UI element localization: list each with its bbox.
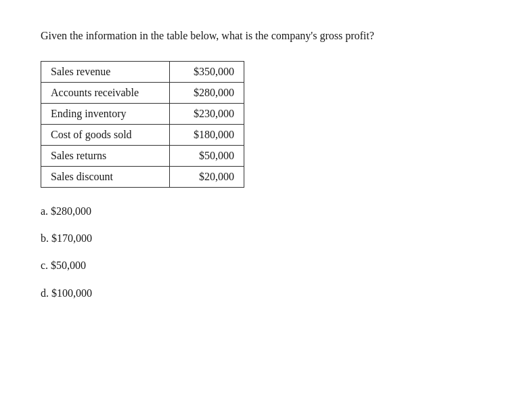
table-cell-value: $50,000 xyxy=(170,145,244,166)
table-cell-label: Cost of goods sold xyxy=(41,124,170,145)
table-row: Sales revenue$350,000 xyxy=(41,61,244,82)
answer-option: c. $50,000 xyxy=(41,258,491,273)
table-row: Sales discount$20,000 xyxy=(41,166,244,187)
table-cell-value: $20,000 xyxy=(170,166,244,187)
data-table: Sales revenue$350,000Accounts receivable… xyxy=(41,61,244,188)
answer-option: b. $170,000 xyxy=(41,231,491,246)
table-cell-value: $230,000 xyxy=(170,103,244,124)
table-cell-value: $280,000 xyxy=(170,82,244,103)
table-row: Ending inventory$230,000 xyxy=(41,103,244,124)
table-cell-label: Ending inventory xyxy=(41,103,170,124)
table-cell-label: Sales returns xyxy=(41,145,170,166)
table-cell-label: Accounts receivable xyxy=(41,82,170,103)
table-row: Sales returns$50,000 xyxy=(41,145,244,166)
table-row: Accounts receivable$280,000 xyxy=(41,82,244,103)
answer-options: a. $280,000b. $170,000c. $50,000d. $100,… xyxy=(41,204,491,302)
table-cell-value: $350,000 xyxy=(170,61,244,82)
table-cell-value: $180,000 xyxy=(170,124,244,145)
table-cell-label: Sales discount xyxy=(41,166,170,187)
table-row: Cost of goods sold$180,000 xyxy=(41,124,244,145)
answer-option: d. $100,000 xyxy=(41,286,491,301)
question-text: Given the information in the table below… xyxy=(41,27,491,45)
answer-option: a. $280,000 xyxy=(41,204,491,219)
table-cell-label: Sales revenue xyxy=(41,61,170,82)
